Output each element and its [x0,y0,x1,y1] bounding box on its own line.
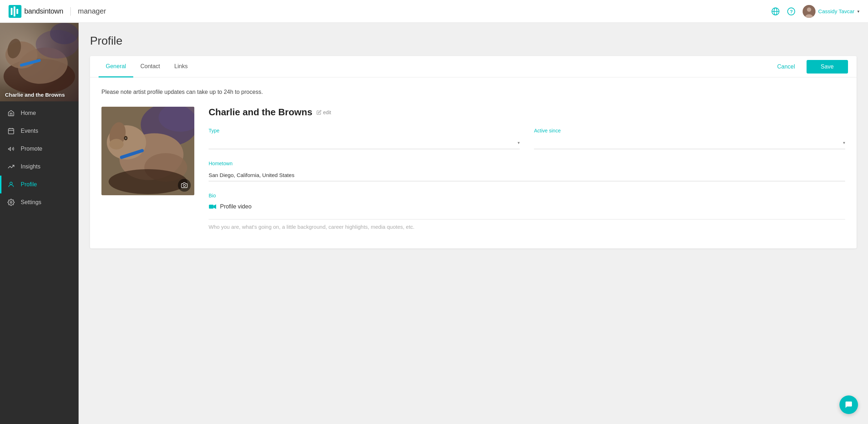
cancel-button[interactable]: Cancel [772,61,801,73]
chat-button[interactable] [839,395,858,414]
field-group-active-since: Active since ▾ [534,128,845,149]
user-menu[interactable]: Cassidy Tavcar ▾ [803,5,859,18]
sidebar-item-insights[interactable]: Insights [0,158,79,176]
svg-rect-19 [9,128,14,134]
person-icon [7,181,15,188]
sidebar-item-events[interactable]: Events [0,122,79,140]
edit-label: edit [323,110,331,115]
svg-point-18 [50,23,79,44]
sidebar-band-name: Charlie and the Browns [5,92,65,98]
type-arrow-icon: ▾ [518,140,520,145]
chevron-down-icon: ▾ [857,9,859,14]
megaphone-icon [7,145,15,153]
svg-point-10 [807,7,811,12]
sidebar: Charlie and the Browns Home [0,23,79,424]
chart-icon [7,163,15,171]
fields-row-type: Type ▾ Active since ▾ [209,128,845,149]
svg-rect-2 [14,6,15,16]
svg-point-23 [10,182,13,185]
active-since-arrow-icon: ▾ [843,140,845,145]
edit-name-link[interactable]: edit [316,110,331,115]
bio-section: Bio Profile video [209,193,845,231]
notice-text: Please note artist profile updates can t… [101,89,845,95]
main-content: Profile General Contact Links Cancel Sav… [79,23,868,424]
calendar-icon [7,127,15,135]
artist-name: Charlie and the Browns [209,107,312,118]
sidebar-item-label-profile: Profile [21,181,37,188]
active-since-select[interactable]: ▾ [534,136,845,149]
bio-label: Bio [209,193,845,198]
home-icon [7,109,15,117]
svg-rect-1 [11,8,13,15]
svg-point-24 [10,202,12,203]
artist-row: Charlie and the Browns edit [101,107,845,231]
tab-actions: Cancel Save [772,60,848,74]
page-title: Profile [90,34,857,47]
avatar [803,5,815,18]
svg-marker-39 [214,205,216,209]
bio-placeholder: Who you are, what's going on, a little b… [209,222,845,231]
sidebar-item-promote[interactable]: Promote [0,140,79,158]
user-name-label: Cassidy Tavcar [818,8,854,14]
hometown-label: Hometown [209,161,845,166]
globe-icon[interactable] [771,7,780,16]
profile-video-label: Profile video [220,203,251,210]
brand-name: bandsintown [24,7,63,15]
svg-rect-38 [209,205,214,209]
field-group-type: Type ▾ [209,128,520,149]
sidebar-item-label-insights: Insights [21,163,40,170]
edit-icon [316,110,321,115]
profile-card: General Contact Links Cancel Save Please… [90,56,857,248]
video-camera-icon [209,203,216,211]
product-name: manager [78,7,106,15]
help-icon[interactable]: ? [787,7,795,16]
sidebar-item-label-home: Home [21,110,36,116]
sidebar-item-profile[interactable]: Profile [0,176,79,193]
tab-general[interactable]: General [99,56,133,77]
artist-name-row: Charlie and the Browns edit [209,107,845,118]
save-button[interactable]: Save [807,60,848,74]
sidebar-item-home[interactable]: Home [0,104,79,122]
tab-links[interactable]: Links [167,56,195,77]
sidebar-item-settings[interactable]: Settings [0,193,79,211]
bandsintown-logo-icon [9,5,21,18]
svg-point-37 [183,185,185,187]
gear-icon [7,198,15,206]
header-right: ? Cassidy Tavcar ▾ [771,5,859,18]
header: bandsintown manager ? [0,0,868,23]
bio-divider [209,219,845,219]
logo-divider [70,7,71,16]
tab-contact[interactable]: Contact [133,56,167,77]
profile-video-row[interactable]: Profile video [209,203,845,211]
svg-point-36 [109,169,187,194]
chat-icon [844,400,853,409]
sidebar-nav: Home Events [0,101,79,424]
svg-text:?: ? [790,9,793,14]
sidebar-band-image: Charlie and the Browns [0,23,79,101]
type-select[interactable]: ▾ [209,136,520,149]
active-since-label: Active since [534,128,845,133]
logo-area: bandsintown manager [9,5,106,18]
app-layout: Charlie and the Browns Home [0,23,868,424]
camera-button[interactable] [178,179,191,192]
profile-form: Please note artist profile updates can t… [90,77,857,248]
sidebar-item-label-promote: Promote [21,146,42,152]
sidebar-item-label-settings: Settings [21,199,41,206]
svg-point-33 [125,137,126,139]
svg-point-31 [109,139,124,150]
type-label: Type [209,128,520,133]
hometown-value: San Diego, California, United States [209,169,845,181]
sidebar-item-label-events: Events [21,128,38,134]
field-group-hometown: Hometown San Diego, California, United S… [209,161,845,181]
svg-rect-3 [16,9,18,14]
artist-image-container [101,107,194,195]
artist-details: Charlie and the Browns edit [209,107,845,231]
tab-bar: General Contact Links Cancel Save [90,56,857,77]
